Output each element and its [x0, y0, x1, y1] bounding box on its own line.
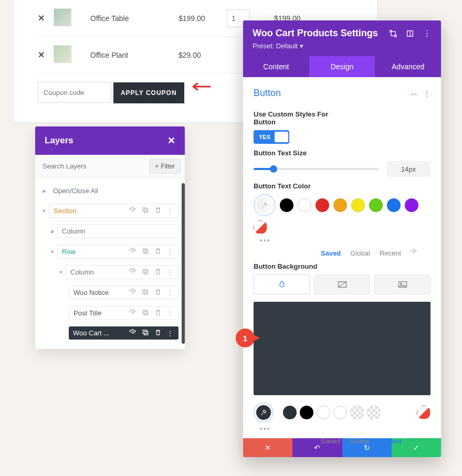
svg-rect-10: [144, 291, 148, 294]
text-size-input[interactable]: [386, 161, 430, 177]
color-swatch[interactable]: [333, 406, 347, 419]
color-swatch[interactable]: [300, 406, 313, 419]
color-swatch-transparent[interactable]: [350, 406, 364, 419]
color-swatch[interactable]: [387, 198, 401, 212]
open-close-all[interactable]: ▶ Open/Close All: [35, 181, 185, 200]
color-swatch[interactable]: [298, 198, 311, 212]
color-swatch[interactable]: [333, 198, 347, 212]
color-swatch[interactable]: [405, 198, 418, 212]
product-name[interactable]: Office Table: [86, 0, 174, 37]
gear-icon[interactable]: [129, 268, 136, 277]
use-custom-label: Use Custom Styles For Button: [254, 110, 430, 126]
search-input[interactable]: [39, 158, 149, 174]
trash-icon[interactable]: [154, 309, 162, 318]
kebab-icon[interactable]: ⋮: [167, 207, 173, 215]
kebab-icon[interactable]: ⋮: [423, 89, 430, 98]
duplicate-icon[interactable]: [142, 288, 149, 297]
more-colors-icon[interactable]: •••: [254, 236, 430, 245]
gear-icon[interactable]: [129, 206, 136, 215]
color-swatch-none[interactable]: [417, 406, 430, 419]
color-swatch[interactable]: [283, 406, 297, 419]
more-colors-icon[interactable]: •••: [254, 425, 430, 433]
bg-color-preview[interactable]: [254, 302, 430, 395]
trash-icon[interactable]: [154, 329, 162, 337]
color-picker-button[interactable]: [254, 194, 276, 216]
preset-dropdown[interactable]: Preset: Default ▾: [253, 42, 432, 50]
layer-woo-notice[interactable]: Woo Notice ⋮: [35, 282, 185, 303]
color-swatch-none[interactable]: [254, 220, 267, 234]
svg-point-25: [400, 283, 401, 284]
section-toggle-button[interactable]: Button ︿ ⋮: [254, 84, 430, 105]
apply-coupon-button[interactable]: APPLY COUPON: [113, 82, 184, 103]
color-tab-recent[interactable]: Recent: [379, 437, 401, 445]
duplicate-icon[interactable]: [142, 268, 149, 277]
tab-content[interactable]: Content: [243, 56, 309, 77]
duplicate-icon[interactable]: [142, 206, 149, 215]
panel-body: Button ︿ ⋮ Use Custom Styles For Button …: [243, 77, 441, 438]
gear-icon[interactable]: [129, 247, 136, 256]
trash-icon[interactable]: [154, 268, 162, 277]
caret-right-icon: ▶: [49, 229, 56, 234]
kebab-icon[interactable]: ⋮: [167, 289, 173, 297]
bg-tab-gradient[interactable]: [314, 274, 370, 294]
remove-item-icon[interactable]: ✕: [38, 14, 45, 23]
product-thumb[interactable]: [54, 45, 71, 63]
close-icon[interactable]: ✕: [167, 135, 175, 146]
product-thumb[interactable]: [54, 8, 71, 26]
layer-column[interactable]: ▼ Column ⋮: [35, 262, 185, 282]
color-tab-recent[interactable]: Recent: [380, 249, 401, 257]
kebab-icon[interactable]: ⋮: [167, 330, 173, 337]
filter-button[interactable]: + Filter: [149, 159, 181, 174]
duplicate-icon[interactable]: [142, 329, 149, 337]
trash-icon[interactable]: [154, 288, 162, 297]
gear-icon[interactable]: [411, 249, 417, 257]
svg-rect-7: [144, 270, 148, 274]
columns-icon[interactable]: [405, 29, 415, 38]
caret-right-icon: ▶: [40, 188, 48, 194]
text-color-label: Button Text Color: [254, 182, 430, 190]
duplicate-icon[interactable]: [142, 309, 149, 318]
remove-item-icon[interactable]: ✕: [38, 50, 45, 59]
bg-tab-color[interactable]: [254, 274, 310, 294]
text-size-slider[interactable]: [254, 168, 379, 170]
product-name[interactable]: Office Plant: [86, 37, 174, 73]
duplicate-icon[interactable]: [142, 247, 149, 256]
color-tab-global[interactable]: Global: [350, 437, 370, 445]
kebab-icon[interactable]: ⋮: [167, 310, 173, 317]
settings-panel: Woo Cart Products Settings ⋮ Preset: Def…: [243, 20, 441, 457]
toggle-yes-label: YES: [255, 134, 275, 140]
expand-icon[interactable]: [388, 29, 398, 38]
use-custom-toggle[interactable]: YES: [254, 130, 289, 144]
gear-icon[interactable]: [129, 288, 136, 297]
color-tab-saved[interactable]: Saved: [321, 249, 341, 257]
layer-column[interactable]: ▶ Column: [35, 221, 185, 241]
gear-icon[interactable]: [129, 329, 136, 337]
tab-advanced[interactable]: Advanced: [375, 56, 441, 77]
bg-tab-image[interactable]: [374, 274, 430, 294]
bg-picker-row: [254, 403, 430, 422]
layer-section[interactable]: ▼ Section ⋮: [35, 200, 185, 221]
trash-icon[interactable]: [154, 247, 162, 256]
svg-rect-5: [143, 248, 146, 252]
coupon-input[interactable]: [38, 82, 111, 103]
tab-design[interactable]: Design: [309, 56, 375, 77]
trash-icon[interactable]: [154, 206, 162, 215]
color-swatch[interactable]: [280, 198, 293, 212]
layer-row[interactable]: ▼ Row ⋮: [35, 241, 185, 262]
kebab-icon[interactable]: ⋮: [422, 29, 432, 38]
gear-icon[interactable]: [129, 309, 136, 318]
color-swatch[interactable]: [351, 198, 365, 212]
layer-woo-cart[interactable]: Woo Cart ... ⋮: [35, 323, 185, 343]
layer-post-title[interactable]: Post Title ⋮: [35, 303, 185, 323]
kebab-icon[interactable]: ⋮: [167, 269, 173, 276]
color-swatch[interactable]: [316, 198, 329, 212]
color-tab-global[interactable]: Global: [350, 249, 370, 257]
color-picker-button[interactable]: [254, 403, 274, 422]
kebab-icon[interactable]: ⋮: [167, 248, 173, 256]
color-tab-saved[interactable]: Saved: [321, 437, 340, 445]
color-swatch[interactable]: [317, 406, 330, 419]
color-swatch[interactable]: [369, 198, 383, 212]
color-swatch-transparent[interactable]: [367, 406, 381, 419]
slider-thumb[interactable]: [270, 165, 277, 173]
chevron-up-icon[interactable]: ︿: [411, 89, 418, 98]
